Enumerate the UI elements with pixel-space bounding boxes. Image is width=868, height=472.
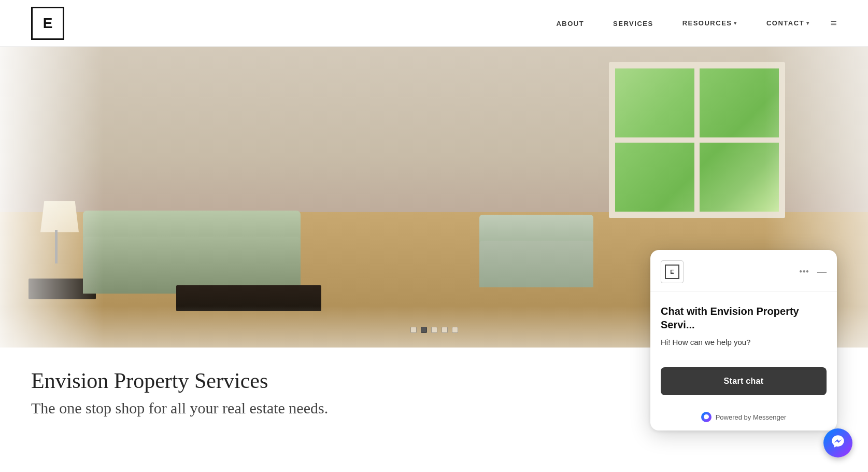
powered-by-text: Powered by Messenger [716,413,787,421]
sofa [83,211,301,294]
nav-link-services[interactable]: SERVICES [613,20,653,27]
chat-footer: Powered by Messenger [650,406,837,431]
nav-link-about[interactable]: ABOUT [556,20,584,27]
slide-dot-5[interactable] [452,327,458,333]
nav-link-resources[interactable]: RESOURCES ▾ [682,19,737,27]
logo-letter: E [43,15,53,32]
nav-item-about[interactable]: ABOUT [556,19,584,28]
site-logo[interactable]: E [31,7,64,40]
chat-logo: E [661,260,684,283]
nav-link-contact[interactable]: CONTACT ▾ [766,19,810,27]
chat-more-options-button[interactable]: ••• [799,267,809,276]
nav-item-services[interactable]: SERVICES [613,19,653,28]
chat-greeting: Hi! How can we help you? [661,338,827,346]
chat-close-button[interactable]: — [817,267,827,276]
contact-chevron-icon: ▾ [806,20,810,26]
nav-item-contact[interactable]: CONTACT ▾ [766,19,810,27]
hamburger-menu-button[interactable]: ≡ [831,17,837,30]
sofa-body [83,237,301,294]
slide-dot-2[interactable] [421,327,427,333]
slide-dot-4[interactable] [442,327,448,333]
chat-header-actions: ••• — [799,267,827,276]
resources-chevron-icon: ▾ [734,20,737,26]
chat-logo-letter: E [665,265,679,279]
chat-widget: E ••• — Chat with Envision Property Serv… [650,250,837,431]
chat-body: Chat with Envision Property Servi... Hi!… [650,292,837,406]
slide-dot-1[interactable] [410,327,417,333]
hero-fade-left [0,47,104,348]
nav-menu: ABOUT SERVICES RESOURCES ▾ CONTACT ▾ [556,19,809,28]
slideshow-dots [410,327,458,333]
slide-dot-3[interactable] [431,327,437,333]
messenger-fab-icon [831,434,845,438]
start-chat-button[interactable]: Start chat [661,367,827,395]
armchair-body [479,241,593,287]
messenger-icon [701,412,712,422]
nav-item-resources[interactable]: RESOURCES ▾ [682,19,737,27]
chat-title: Chat with Envision Property Servi... [661,304,827,331]
chat-header: E ••• — [650,250,837,292]
armchair-back [479,215,593,243]
armchair [479,215,593,287]
room-window [609,62,785,218]
navigation: E ABOUT SERVICES RESOURCES ▾ CONTACT ▾ ≡ [0,0,868,47]
